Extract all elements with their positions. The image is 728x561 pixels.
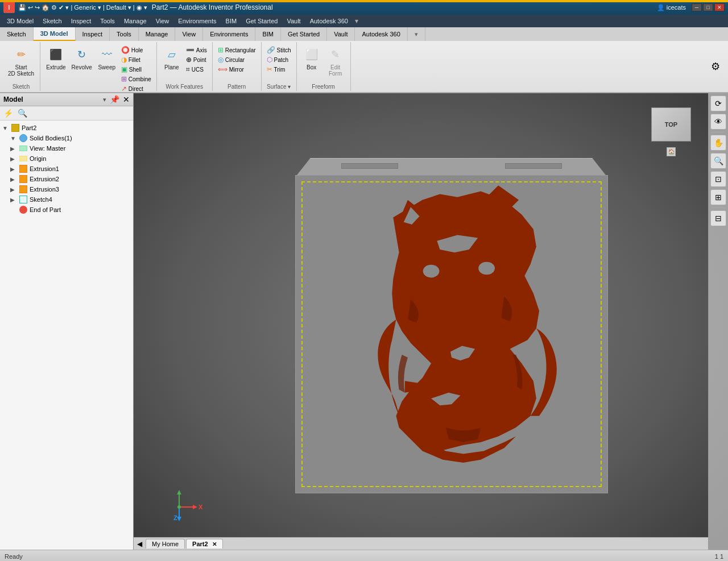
plane-button[interactable]: ▱ Plane [160, 44, 183, 72]
axis-button[interactable]: ➖ Axis [184, 45, 209, 55]
tab-part2[interactable]: Part2 ✕ [186, 539, 223, 548]
display-options-icon[interactable]: ⚙ [711, 60, 720, 73]
tab-tools[interactable]: Tools [110, 27, 139, 41]
fillet-label: Fillet [129, 57, 140, 63]
tab-autodesk360[interactable]: Autodesk 360 [355, 27, 407, 41]
zoom-button[interactable]: 🔍 [710, 153, 726, 169]
expand-part2[interactable]: ▼ [2, 125, 10, 131]
combine-label: Combine [129, 76, 151, 82]
box-freeform-button[interactable]: ⬜ Box [300, 44, 323, 72]
menu-view[interactable]: View [151, 16, 174, 26]
patch-button[interactable]: ⬡ Patch [265, 55, 293, 64]
tree-item-extrusion2[interactable]: ▶ Extrusion2 [0, 174, 133, 184]
start-2dsketch-button[interactable]: ✏ Start2D Sketch [6, 44, 36, 78]
surface-buttons: 🔗 Stitch ⬡ Patch ✂ Trim [265, 43, 293, 82]
tab-more[interactable]: ▾ [408, 27, 425, 41]
tree-item-extrusion1[interactable]: ▶ Extrusion1 [0, 164, 133, 174]
svg-point-2 [423, 264, 439, 277]
view-cube-top-face[interactable]: TOP [651, 107, 691, 142]
look-button[interactable]: 👁 [710, 114, 726, 130]
zoom-all-button[interactable]: ⊡ [710, 171, 726, 187]
tree-item-solid-bodies[interactable]: ▼ Solid Bodies(1) [0, 133, 133, 143]
mirror-button[interactable]: ⟺ Mirror [216, 65, 258, 74]
combine-button[interactable]: ⊞ Combine [119, 74, 153, 84]
trim-button[interactable]: ✂ Trim [265, 65, 293, 74]
menu-bim[interactable]: BIM [221, 16, 242, 26]
tree-item-view-master[interactable]: ▶ View: Master [0, 143, 133, 153]
expand-origin[interactable]: ▶ [10, 156, 18, 162]
revolve-button[interactable]: ↻ Revolve [69, 44, 94, 72]
quick-access-toolbar[interactable]: 💾 ↩ ↪ 🏠 ⚙ ✔ ▾ | Generic ▾ | Default ▾ | … [18, 4, 147, 11]
edit-form-button[interactable]: ✎ EditForm [324, 44, 347, 78]
tab-manage[interactable]: Manage [139, 27, 176, 41]
tab-sketch[interactable]: Sketch [0, 27, 34, 41]
menu-environments[interactable]: Environments [173, 16, 221, 26]
expand-extrusion1[interactable]: ▶ [10, 166, 18, 172]
search-icon[interactable]: 🔍 [16, 107, 28, 119]
menu-manage[interactable]: Manage [119, 16, 151, 26]
menu-tools[interactable]: Tools [96, 16, 119, 26]
stitch-button[interactable]: 🔗 Stitch [265, 45, 293, 55]
expand-solid-bodies[interactable]: ▼ [10, 135, 18, 142]
expand-sketch4[interactable]: ▶ [10, 197, 18, 203]
menu-autodesk360[interactable]: Autodesk 360 [305, 16, 353, 26]
tree-item-end-of-part[interactable]: End of Part [0, 205, 133, 215]
ucs-button[interactable]: ⌗ UCS [184, 65, 209, 74]
point-button[interactable]: ⊕ Point [184, 55, 209, 64]
extrude-button[interactable]: ⬛ Extrude [44, 44, 68, 72]
panel-dropdown[interactable]: ▾ [103, 96, 106, 103]
fillet-button[interactable]: ◑ Fillet [119, 55, 153, 64]
view-cube[interactable]: TOP 🏠 [648, 102, 694, 147]
menu-more[interactable]: ▾ [355, 17, 358, 25]
title-text: Part2 — Autodesk Inventor Professional [152, 3, 657, 11]
menu-getstarted[interactable]: Get Started [241, 16, 282, 26]
viewport-tabs: ◀ My Home Part2 ✕ [134, 537, 708, 550]
tree-item-part2[interactable]: ▼ Part2 [0, 123, 133, 133]
panel-close-icon[interactable]: ✕ [123, 95, 130, 104]
tab-getstarted[interactable]: Get Started [281, 27, 327, 41]
maximize-button[interactable]: □ [703, 3, 713, 11]
expand-view-master[interactable]: ▶ [10, 146, 18, 152]
menu-inspect[interactable]: Inspect [67, 16, 96, 26]
view-cube-container[interactable]: TOP 🏠 [648, 107, 694, 153]
hole-button[interactable]: ⭕ Hole [119, 45, 153, 55]
tab-view[interactable]: View [175, 27, 203, 41]
tab-nav-left[interactable]: ◀ [135, 540, 144, 548]
tab-vault[interactable]: Vault [327, 27, 355, 41]
sketch4-icon [18, 195, 28, 204]
direct-button[interactable]: ↗ Direct [119, 84, 153, 93]
ribbon-group-surface: 🔗 Stitch ⬡ Patch ✂ Trim Surface ▾ [262, 42, 297, 91]
sweep-button[interactable]: 〰 Sweep [96, 44, 118, 72]
tree-item-origin[interactable]: ▶ Origin [0, 153, 133, 164]
ribbon-display-options[interactable]: ⚙ [711, 42, 726, 91]
close-button[interactable]: ✕ [714, 3, 725, 11]
tree-item-extrusion3[interactable]: ▶ Extrusion3 [0, 184, 133, 194]
menu-3dmodel[interactable]: 3D Model [2, 16, 38, 26]
tab-environments[interactable]: Environments [203, 27, 255, 41]
svg-point-3 [478, 261, 495, 275]
shell-button[interactable]: ▣ Shell [119, 65, 153, 74]
filter-icon[interactable]: ⚡ [2, 107, 14, 119]
tab-myhome[interactable]: My Home [146, 539, 185, 548]
panel-pin-icon[interactable]: 📌 [110, 95, 119, 104]
edit-form-label: EditForm [329, 64, 342, 77]
expand-extrusion2[interactable]: ▶ [10, 176, 18, 182]
3d-viewport[interactable]: Z X TOP 🏠 [134, 93, 728, 550]
tab-inspect[interactable]: Inspect [76, 27, 110, 41]
zoom-window-button[interactable]: ⊞ [710, 189, 726, 205]
end-of-part-icon [18, 205, 28, 214]
tab-3dmodel[interactable]: 3D Model [34, 27, 76, 41]
tab-part2-close[interactable]: ✕ [212, 541, 217, 547]
fit-button[interactable]: ⊟ [710, 210, 726, 226]
menu-sketch[interactable]: Sketch [38, 16, 67, 26]
pan-button[interactable]: ✋ [710, 135, 726, 151]
tree-item-sketch4[interactable]: ▶ Sketch4 [0, 194, 133, 205]
menu-vault[interactable]: Vault [282, 16, 305, 26]
circular-button[interactable]: ◎ Circular [216, 55, 258, 64]
orbit-button[interactable]: ⟳ [710, 95, 726, 111]
tab-bim[interactable]: BIM [255, 27, 281, 41]
rectangular-button[interactable]: ⊞ Rectangular [216, 45, 258, 55]
minimize-button[interactable]: ─ [692, 3, 702, 11]
home-icon[interactable]: 🏠 [667, 147, 676, 156]
expand-extrusion3[interactable]: ▶ [10, 186, 18, 193]
